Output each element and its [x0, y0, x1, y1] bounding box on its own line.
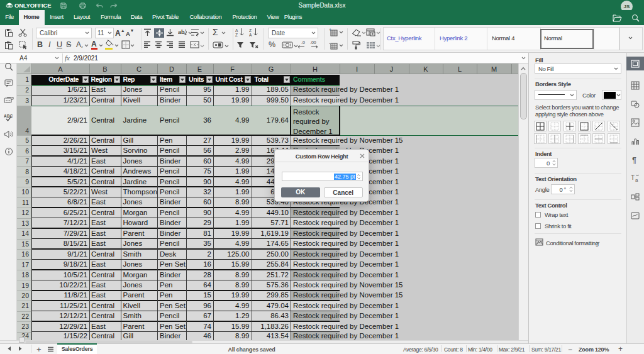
- svg-text:.0: .0: [301, 40, 305, 45]
- svg-text:.00: .00: [310, 40, 316, 45]
- svg-text:Z: Z: [249, 28, 252, 33]
- svg-text:a: a: [635, 177, 638, 182]
- svg-text:ABC: ABC: [4, 114, 13, 118]
- svg-text:ab: ab: [178, 29, 185, 35]
- svg-text:¶: ¶: [632, 155, 636, 164]
- svg-text:A: A: [235, 28, 238, 33]
- svg-text:T: T: [631, 174, 635, 181]
- svg-text:A: A: [249, 33, 252, 37]
- svg-text:+: +: [329, 28, 331, 32]
- svg-text:Z: Z: [235, 33, 238, 37]
